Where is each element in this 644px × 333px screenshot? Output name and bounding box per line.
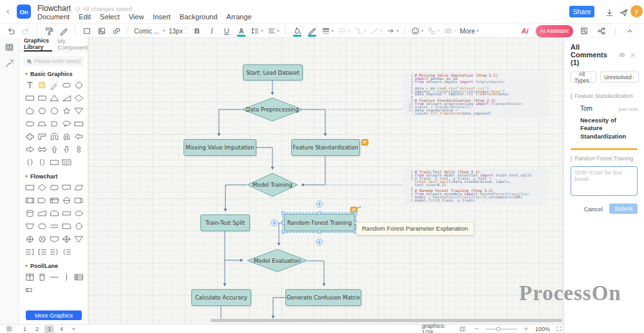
shape-rect-wide[interactable] — [73, 117, 85, 130]
tab-graphics-library[interactable]: Graphics Library — [24, 37, 52, 52]
shape-fc-predefined[interactable] — [24, 194, 36, 207]
shape-fc-circle-x[interactable] — [36, 233, 48, 245]
shape-arrow-lr[interactable] — [36, 143, 48, 156]
menu-insert[interactable]: Insert — [153, 13, 171, 21]
shape-fc-delay[interactable] — [73, 194, 85, 207]
insert-link-icon[interactable] — [109, 25, 123, 37]
node-feature-standardization[interactable]: Feature Standardization — [291, 139, 360, 156]
resize-handle[interactable] — [318, 231, 321, 234]
shape-pen[interactable] — [48, 79, 61, 91]
node-train-test-split[interactable]: Train-Test Split — [200, 214, 250, 231]
shape-lane-vertical[interactable] — [36, 271, 48, 283]
shape-rect-plain[interactable] — [48, 156, 61, 169]
canvas[interactable]: Start: Load DatasetData PreprocessingMis… — [88, 37, 564, 324]
node-model-evaluation[interactable]: Model Evaluation — [247, 249, 308, 272]
doc-preview-icon[interactable] — [577, 25, 591, 37]
shape-pentagon[interactable] — [24, 104, 36, 117]
menu-edit[interactable]: Edit — [79, 13, 91, 21]
style-brush-icon[interactable] — [57, 25, 70, 37]
shape-fc-card[interactable] — [61, 220, 73, 233]
shape-fc-anno-2[interactable] — [36, 245, 48, 258]
shape-fc-inv-trapezoid[interactable] — [24, 220, 36, 233]
shape-fc-loop[interactable] — [48, 207, 61, 220]
shape-fc-manual-op[interactable] — [36, 194, 48, 207]
rotate-handle-icon[interactable] — [355, 203, 363, 214]
resize-handle[interactable] — [282, 212, 285, 215]
section-flowchart[interactable]: ▼Flowchart — [24, 173, 88, 180]
shape-arrow-ud[interactable] — [73, 143, 85, 156]
node-start-load-dataset[interactable]: Start: Load Dataset — [243, 64, 303, 81]
shape-arch-2[interactable] — [61, 130, 73, 143]
shape-fc-document[interactable] — [61, 181, 73, 194]
node-data-preprocessing[interactable]: Data Preprocessing — [242, 97, 303, 122]
section-basic-graphics[interactable]: ▼Basic Graphics — [24, 71, 88, 77]
panel-toggle-icon[interactable] — [0, 41, 19, 53]
shape-diamond[interactable] — [73, 91, 85, 104]
minimap-icon[interactable] — [458, 323, 468, 333]
shape-stadium-wide[interactable] — [24, 117, 36, 130]
zoom-out-icon[interactable] — [472, 323, 481, 333]
shape-style-icon[interactable] — [80, 25, 93, 37]
shape-triangle-down[interactable] — [73, 104, 85, 117]
shape-parens[interactable] — [24, 156, 36, 169]
shape-fc-double-line[interactable] — [48, 220, 61, 233]
shape-d-shape[interactable] — [48, 117, 61, 130]
send-icon[interactable] — [617, 6, 630, 19]
submit-button[interactable]: Submit — [609, 204, 638, 214]
menu-select[interactable]: Select — [100, 13, 120, 21]
more-button[interactable]: More▾ — [459, 25, 480, 37]
share-button[interactable]: Share — [569, 6, 594, 17]
shape-fc-parallelogram[interactable] — [73, 181, 85, 194]
shape-fc-anno-3[interactable] — [48, 245, 61, 258]
comment-card[interactable]: Feature Standardization Tom just now Nec… — [571, 93, 638, 140]
shape-pool-horizontal[interactable] — [73, 271, 85, 283]
text-align-button[interactable]: ▾ — [266, 25, 281, 37]
shape-corner[interactable] — [36, 130, 48, 143]
shape-fc-circle-plus[interactable] — [24, 233, 36, 245]
underline-button[interactable]: U — [220, 25, 233, 37]
close-icon[interactable] — [627, 49, 638, 61]
page-tab-1[interactable]: 1 — [20, 325, 30, 333]
arrow-style-button[interactable]: ▾ — [385, 25, 400, 37]
shape-divider-v[interactable] — [61, 271, 73, 283]
bold-button[interactable]: B — [190, 25, 204, 37]
smart-shape-icon[interactable] — [0, 57, 19, 70]
format-painter-icon[interactable] — [42, 25, 55, 37]
menu-document[interactable]: Document — [37, 13, 70, 21]
shape-fc-tape[interactable] — [61, 207, 73, 220]
shape-star[interactable] — [61, 104, 73, 117]
shape-hexagon[interactable] — [36, 104, 48, 117]
line-height-button[interactable]: ▾ — [249, 25, 264, 37]
avatar[interactable]: y — [630, 5, 643, 17]
menu-arrange[interactable]: Arrange — [227, 13, 252, 21]
shape-fc-anno-1[interactable] — [24, 245, 36, 258]
node-tree-icon[interactable] — [594, 25, 608, 37]
ai-logo[interactable]: Ai — [518, 25, 532, 37]
shape-arrow-right[interactable] — [24, 143, 36, 156]
shape-triangle[interactable] — [48, 91, 61, 104]
shape-code-box[interactable] — [61, 156, 73, 169]
line-width-button[interactable]: ▾ — [320, 25, 335, 37]
processon-logo[interactable]: On — [17, 5, 31, 19]
node-generate-confusion-matrix[interactable]: Generate Confusion Matrix — [285, 289, 361, 306]
insert-image-icon[interactable] — [95, 25, 108, 37]
undo-icon[interactable] — [4, 25, 17, 37]
section-pool-lane[interactable]: ▼Pool/Lane — [24, 263, 88, 269]
resize-handle[interactable] — [282, 231, 285, 234]
theme-button[interactable]: ▾ — [410, 25, 424, 37]
shape-fc-or[interactable] — [61, 194, 73, 207]
page-tab-3[interactable]: 3 — [44, 325, 54, 333]
shape-arrow-down[interactable] — [61, 143, 73, 156]
code-note-1[interactable]: 1# Missing Value Imputation (Step 2.1)2i… — [404, 72, 549, 117]
shape-divider-h[interactable] — [48, 271, 61, 283]
shape-pool-vertical[interactable] — [24, 271, 36, 283]
shape-fc-ellipse[interactable] — [73, 207, 85, 220]
italic-button[interactable]: I — [205, 25, 218, 37]
zoom-in-icon[interactable] — [522, 323, 531, 333]
node-calculate-accuracy[interactable]: Calculate Accuracy — [191, 289, 251, 306]
collapse-toolbar-icon[interactable] — [623, 25, 636, 37]
shape-arch[interactable] — [48, 130, 61, 143]
search-input[interactable] — [34, 58, 80, 64]
filter-type-dropdown[interactable]: All Types⌄ — [571, 71, 596, 82]
shape-braces[interactable] — [36, 156, 48, 169]
